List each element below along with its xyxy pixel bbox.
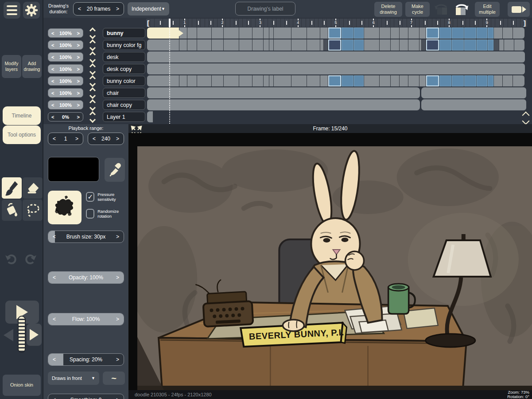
timeline-cell[interactable] — [513, 75, 525, 86]
timeline-cell[interactable] — [307, 27, 320, 39]
layer-reorder-button[interactable] — [86, 28, 99, 38]
timeline-cell[interactable] — [422, 39, 426, 51]
timeline-cell[interactable] — [477, 75, 488, 86]
timeline-cell[interactable] — [452, 75, 464, 86]
playback-end-decrease[interactable]: < — [93, 136, 96, 142]
brush-tool-button[interactable] — [2, 177, 22, 199]
timeline-cell[interactable] — [494, 75, 503, 86]
timeline-cell[interactable] — [477, 27, 488, 39]
layer-reorder-button[interactable] — [86, 52, 99, 62]
timeline-cell[interactable] — [264, 75, 269, 86]
layer-opacity-stepper[interactable]: <100%> — [48, 100, 83, 110]
timeline-cell[interactable] — [147, 111, 153, 122]
draws-in-front-dropdown[interactable]: Draws in front ▼ — [48, 372, 99, 385]
timeline-cell[interactable] — [452, 39, 464, 51]
timeline-cell[interactable] — [342, 27, 354, 39]
pressure-sensitivity-checkbox[interactable]: ✓ Pressure sensitivity — [86, 192, 128, 202]
timeline-cell[interactable] — [197, 75, 212, 86]
previous-frame-button[interactable] — [4, 329, 13, 341]
timeline-cell[interactable] — [400, 75, 408, 86]
timeline-cell[interactable] — [269, 75, 274, 86]
layer-reorder-button[interactable] — [86, 64, 99, 74]
layer-opacity-stepper[interactable]: <100%> — [48, 28, 83, 38]
frame-scrubber[interactable] — [18, 316, 26, 353]
layer-name-button[interactable]: bunny color — [103, 76, 145, 86]
timeline-cell[interactable] — [264, 39, 269, 51]
layer-opacity-stepper[interactable]: <100%> — [48, 88, 83, 98]
timeline-cell[interactable] — [380, 27, 391, 39]
layer-name-button[interactable]: chair copy — [103, 100, 145, 110]
timeline-cell[interactable] — [197, 27, 212, 39]
timeline-cell[interactable] — [464, 75, 477, 86]
timeline-cell[interactable] — [274, 27, 291, 39]
timeline-cell[interactable] — [307, 39, 320, 51]
brush-size-slider[interactable]: <Brush size: 30px> — [48, 231, 124, 243]
layer-name-button[interactable]: desk — [103, 52, 145, 62]
layer-reorder-button[interactable] — [86, 40, 99, 50]
layer-opacity-stepper[interactable]: <0%> — [48, 112, 83, 121]
timeline-cell[interactable] — [439, 39, 452, 51]
timeline-cell[interactable] — [179, 75, 187, 86]
layer-name-button[interactable]: bunny color fg — [103, 40, 145, 50]
timeline-cell[interactable] — [504, 39, 514, 51]
timeline-cell[interactable] — [147, 63, 525, 74]
redo-button[interactable] — [25, 253, 37, 268]
edit-multiple-button[interactable]: Edit multiple — [475, 2, 500, 17]
timeline-cell[interactable] — [147, 99, 420, 110]
timeline-cell[interactable] — [147, 75, 179, 86]
timeline-cell[interactable] — [514, 39, 525, 51]
timeline-cell[interactable] — [488, 39, 494, 51]
timeline-collapse-button[interactable] — [523, 113, 528, 124]
layer-reorder-button[interactable] — [86, 100, 99, 110]
timeline-cell[interactable] — [291, 75, 307, 86]
camera-button[interactable] — [508, 2, 530, 17]
layer-name-button[interactable]: desk copy — [103, 64, 145, 74]
menu-button[interactable] — [4, 2, 20, 19]
timeline-cell[interactable] — [421, 99, 526, 110]
timeline-cell[interactable] — [328, 39, 342, 51]
playback-end-stepper[interactable]: < 240 > — [88, 133, 124, 145]
timeline-cell[interactable] — [274, 75, 291, 86]
timeline-cell[interactable] — [391, 39, 400, 51]
current-color-swatch[interactable] — [48, 157, 99, 182]
timeline-cell[interactable] — [421, 87, 526, 98]
timeline-cell[interactable] — [252, 75, 264, 86]
timeline-cell[interactable] — [153, 111, 525, 122]
timeline-cell[interactable] — [320, 27, 328, 39]
duration-increase[interactable]: > — [116, 6, 119, 12]
timeline-cell[interactable] — [408, 75, 419, 86]
timeline-cell[interactable] — [419, 27, 426, 39]
timeline-cell[interactable] — [488, 75, 494, 86]
timeline-cell[interactable] — [354, 39, 364, 51]
timeline-cell[interactable] — [408, 39, 419, 51]
timeline-cell[interactable] — [426, 75, 439, 86]
make-cycle-button[interactable]: Make cycle — [405, 2, 430, 17]
layer-reorder-button[interactable] — [86, 88, 99, 98]
layer-name-button[interactable]: bunny — [103, 28, 145, 38]
timeline-ruler[interactable]: [ ] 123456789 — [146, 19, 527, 27]
layer-name-button[interactable]: Layer 1 — [103, 112, 145, 122]
timeline-cell[interactable] — [499, 39, 504, 51]
timeline-cell[interactable] — [400, 27, 408, 39]
layer-reorder-button[interactable] — [86, 76, 99, 86]
mode-dropdown[interactable]: Independent ▼ — [128, 2, 169, 16]
timeline-cell[interactable] — [224, 39, 239, 51]
timeline-cell[interactable] — [380, 39, 391, 51]
eraser-tool-button[interactable] — [23, 177, 43, 199]
timeline-cell[interactable] — [400, 39, 408, 51]
tab-tool-options[interactable]: Tool options — [3, 125, 41, 144]
duration-decrease[interactable]: < — [78, 6, 81, 12]
drawing-canvas[interactable]: BEVERLY BUNNY, P.I. — [128, 133, 532, 390]
timeline-cell[interactable] — [291, 39, 307, 51]
timeline-cell[interactable] — [477, 39, 488, 51]
timeline-cell[interactable] — [426, 27, 439, 39]
timeline-cell[interactable] — [354, 27, 364, 39]
eyedropper-button[interactable] — [105, 158, 125, 182]
timeline-cell[interactable] — [187, 39, 197, 51]
timeline-cell[interactable] — [494, 39, 499, 51]
timeline-cell[interactable] — [513, 27, 525, 39]
opacity-slider[interactable]: <Opacity: 100%> — [48, 271, 124, 284]
layer-name-button[interactable]: chair — [103, 88, 145, 98]
timeline-cell[interactable] — [408, 27, 419, 39]
timeline-cell[interactable] — [212, 39, 224, 51]
